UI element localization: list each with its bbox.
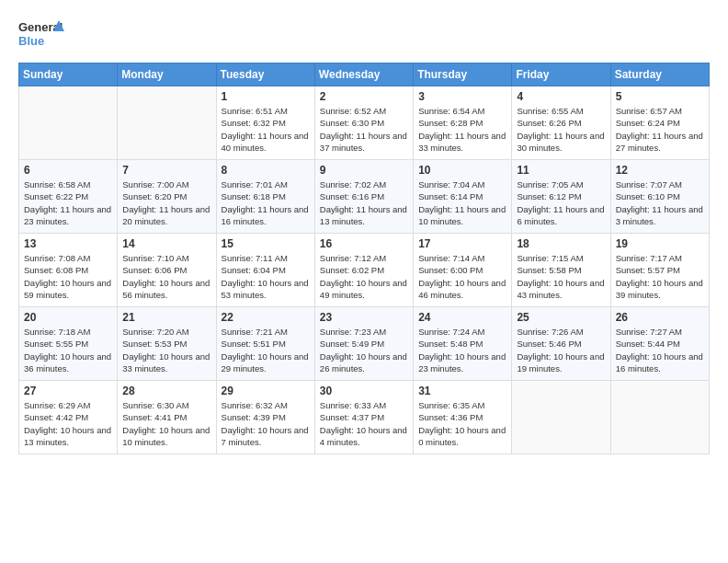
calendar-day-cell: 26Sunrise: 7:27 AMSunset: 5:44 PMDayligh… xyxy=(610,307,709,381)
calendar-day-cell: 20Sunrise: 7:18 AMSunset: 5:55 PMDayligh… xyxy=(19,307,118,381)
day-number: 26 xyxy=(616,311,704,324)
calendar-day-cell: 23Sunrise: 7:23 AMSunset: 5:49 PMDayligh… xyxy=(314,307,413,381)
calendar-day-cell xyxy=(610,381,709,454)
calendar-day-cell: 18Sunrise: 7:15 AMSunset: 5:58 PMDayligh… xyxy=(512,234,610,307)
calendar-day-cell: 16Sunrise: 7:12 AMSunset: 6:02 PMDayligh… xyxy=(314,234,413,307)
day-info: Sunrise: 6:57 AMSunset: 6:24 PMDaylight:… xyxy=(616,105,704,154)
calendar-day-cell: 4Sunrise: 6:55 AMSunset: 6:26 PMDaylight… xyxy=(512,86,610,160)
weekday-header-cell: Thursday xyxy=(414,63,512,86)
weekday-header-row: SundayMondayTuesdayWednesdayThursdayFrid… xyxy=(19,63,710,86)
header: General Blue xyxy=(18,15,710,55)
day-number: 17 xyxy=(418,237,506,250)
calendar-day-cell xyxy=(512,381,610,454)
day-info: Sunrise: 6:35 AMSunset: 4:36 PMDaylight:… xyxy=(418,399,506,448)
day-info: Sunrise: 7:02 AMSunset: 6:16 PMDaylight:… xyxy=(320,178,408,227)
weekday-header-cell: Tuesday xyxy=(216,63,314,86)
calendar-week-row: 13Sunrise: 7:08 AMSunset: 6:08 PMDayligh… xyxy=(19,234,710,307)
weekday-header-cell: Sunday xyxy=(19,63,118,86)
calendar-day-cell: 22Sunrise: 7:21 AMSunset: 5:51 PMDayligh… xyxy=(216,307,314,381)
weekday-header-cell: Wednesday xyxy=(314,63,413,86)
day-info: Sunrise: 7:00 AMSunset: 6:20 PMDaylight:… xyxy=(122,178,210,227)
calendar-day-cell: 29Sunrise: 6:32 AMSunset: 4:39 PMDayligh… xyxy=(216,381,314,454)
day-info: Sunrise: 7:27 AMSunset: 5:44 PMDaylight:… xyxy=(616,326,704,374)
calendar-day-cell: 27Sunrise: 6:29 AMSunset: 4:42 PMDayligh… xyxy=(19,381,118,454)
calendar-day-cell: 31Sunrise: 6:35 AMSunset: 4:36 PMDayligh… xyxy=(414,381,512,454)
day-number: 25 xyxy=(517,311,605,324)
day-number: 19 xyxy=(616,237,704,250)
day-info: Sunrise: 6:55 AMSunset: 6:26 PMDaylight:… xyxy=(517,105,605,154)
calendar-day-cell: 13Sunrise: 7:08 AMSunset: 6:08 PMDayligh… xyxy=(19,234,118,307)
day-info: Sunrise: 7:04 AMSunset: 6:14 PMDaylight:… xyxy=(418,178,506,227)
day-info: Sunrise: 6:54 AMSunset: 6:28 PMDaylight:… xyxy=(418,105,506,154)
calendar-day-cell: 8Sunrise: 7:01 AMSunset: 6:18 PMDaylight… xyxy=(216,160,314,234)
day-number: 3 xyxy=(418,90,506,103)
day-info: Sunrise: 7:05 AMSunset: 6:12 PMDaylight:… xyxy=(517,178,605,227)
day-info: Sunrise: 7:12 AMSunset: 6:02 PMDaylight:… xyxy=(320,252,408,301)
day-info: Sunrise: 6:32 AMSunset: 4:39 PMDaylight:… xyxy=(222,399,310,448)
day-info: Sunrise: 6:58 AMSunset: 6:22 PMDaylight:… xyxy=(24,178,112,227)
day-number: 22 xyxy=(222,311,310,324)
day-info: Sunrise: 6:30 AMSunset: 4:41 PMDaylight:… xyxy=(122,399,210,448)
calendar-day-cell: 14Sunrise: 7:10 AMSunset: 6:06 PMDayligh… xyxy=(118,234,216,307)
day-number: 14 xyxy=(122,237,210,250)
calendar-day-cell: 17Sunrise: 7:14 AMSunset: 6:00 PMDayligh… xyxy=(414,234,512,307)
calendar-day-cell: 28Sunrise: 6:30 AMSunset: 4:41 PMDayligh… xyxy=(118,381,216,454)
day-number: 6 xyxy=(24,164,112,177)
day-info: Sunrise: 7:23 AMSunset: 5:49 PMDaylight:… xyxy=(320,326,408,374)
day-info: Sunrise: 7:15 AMSunset: 5:58 PMDaylight:… xyxy=(517,252,605,301)
day-info: Sunrise: 7:24 AMSunset: 5:48 PMDaylight:… xyxy=(418,326,506,374)
day-number: 5 xyxy=(616,90,704,103)
day-number: 2 xyxy=(320,90,408,103)
calendar-day-cell: 7Sunrise: 7:00 AMSunset: 6:20 PMDaylight… xyxy=(118,160,216,234)
calendar-day-cell: 24Sunrise: 7:24 AMSunset: 5:48 PMDayligh… xyxy=(414,307,512,381)
weekday-header-cell: Saturday xyxy=(610,63,709,86)
calendar-day-cell: 2Sunrise: 6:52 AMSunset: 6:30 PMDaylight… xyxy=(314,86,413,160)
day-number: 18 xyxy=(517,237,605,250)
day-number: 9 xyxy=(320,164,408,177)
calendar-day-cell: 11Sunrise: 7:05 AMSunset: 6:12 PMDayligh… xyxy=(512,160,610,234)
day-number: 29 xyxy=(222,385,310,397)
day-info: Sunrise: 7:14 AMSunset: 6:00 PMDaylight:… xyxy=(418,252,506,301)
day-number: 31 xyxy=(418,385,506,397)
calendar-week-row: 6Sunrise: 6:58 AMSunset: 6:22 PMDaylight… xyxy=(19,160,710,234)
day-info: Sunrise: 6:33 AMSunset: 4:37 PMDaylight:… xyxy=(320,399,408,448)
calendar-day-cell: 12Sunrise: 7:07 AMSunset: 6:10 PMDayligh… xyxy=(610,160,709,234)
calendar-day-cell: 10Sunrise: 7:04 AMSunset: 6:14 PMDayligh… xyxy=(414,160,512,234)
day-number: 30 xyxy=(320,385,408,397)
calendar-day-cell xyxy=(118,86,216,160)
calendar-day-cell: 9Sunrise: 7:02 AMSunset: 6:16 PMDaylight… xyxy=(314,160,413,234)
day-info: Sunrise: 7:20 AMSunset: 5:53 PMDaylight:… xyxy=(122,326,210,374)
calendar-day-cell: 15Sunrise: 7:11 AMSunset: 6:04 PMDayligh… xyxy=(216,234,314,307)
day-number: 16 xyxy=(320,237,408,250)
day-number: 27 xyxy=(24,385,112,397)
day-number: 4 xyxy=(517,90,605,103)
day-number: 12 xyxy=(616,164,704,177)
calendar-day-cell: 6Sunrise: 6:58 AMSunset: 6:22 PMDaylight… xyxy=(19,160,118,234)
calendar-day-cell: 5Sunrise: 6:57 AMSunset: 6:24 PMDaylight… xyxy=(610,86,709,160)
day-info: Sunrise: 7:08 AMSunset: 6:08 PMDaylight:… xyxy=(24,252,112,301)
day-info: Sunrise: 7:17 AMSunset: 5:57 PMDaylight:… xyxy=(616,252,704,301)
day-number: 20 xyxy=(24,311,112,324)
day-number: 8 xyxy=(222,164,310,177)
calendar-day-cell: 3Sunrise: 6:54 AMSunset: 6:28 PMDaylight… xyxy=(414,86,512,160)
calendar-week-row: 27Sunrise: 6:29 AMSunset: 4:42 PMDayligh… xyxy=(19,381,710,454)
page: General Blue SundayMondayTuesdayWednesda… xyxy=(0,0,728,473)
logo-svg: General Blue xyxy=(18,15,64,55)
weekday-header-cell: Monday xyxy=(118,63,216,86)
day-info: Sunrise: 6:52 AMSunset: 6:30 PMDaylight:… xyxy=(320,105,408,154)
calendar-day-cell: 30Sunrise: 6:33 AMSunset: 4:37 PMDayligh… xyxy=(314,381,413,454)
day-number: 21 xyxy=(122,311,210,324)
day-info: Sunrise: 7:07 AMSunset: 6:10 PMDaylight:… xyxy=(616,178,704,227)
day-number: 11 xyxy=(517,164,605,177)
calendar-day-cell: 1Sunrise: 6:51 AMSunset: 6:32 PMDaylight… xyxy=(216,86,314,160)
day-number: 7 xyxy=(122,164,210,177)
day-info: Sunrise: 7:26 AMSunset: 5:46 PMDaylight:… xyxy=(517,326,605,374)
logo: General Blue xyxy=(18,15,64,55)
calendar-day-cell: 19Sunrise: 7:17 AMSunset: 5:57 PMDayligh… xyxy=(610,234,709,307)
calendar-day-cell xyxy=(19,86,118,160)
weekday-header-cell: Friday xyxy=(512,63,610,86)
day-number: 15 xyxy=(222,237,310,250)
day-info: Sunrise: 7:01 AMSunset: 6:18 PMDaylight:… xyxy=(222,178,310,227)
day-info: Sunrise: 7:10 AMSunset: 6:06 PMDaylight:… xyxy=(122,252,210,301)
calendar-body: 1Sunrise: 6:51 AMSunset: 6:32 PMDaylight… xyxy=(19,86,710,454)
